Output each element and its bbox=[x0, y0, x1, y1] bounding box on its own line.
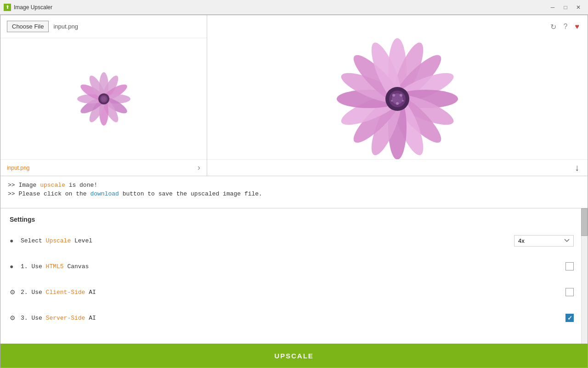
html5-checkbox[interactable] bbox=[565, 262, 574, 270]
client-ai-control bbox=[565, 288, 574, 296]
upscale-level-label: Select Upscale Level bbox=[21, 237, 514, 244]
app-icon: ⬆ bbox=[4, 4, 11, 11]
window-controls: ─ □ ✕ bbox=[547, 3, 584, 12]
bullet-icon-2: ● bbox=[10, 263, 21, 270]
right-panel-image-area bbox=[207, 38, 588, 159]
upscale-level-control[interactable]: 2x 4x 8x bbox=[514, 235, 574, 247]
console-text-image: Image bbox=[18, 182, 40, 189]
settings-area: Settings ● Select Upscale Level 2x 4x 8x… bbox=[0, 208, 588, 344]
left-panel-footer: input.png › bbox=[0, 159, 207, 176]
maximize-button[interactable]: □ bbox=[560, 3, 571, 12]
server-ai-control bbox=[565, 314, 574, 322]
main-window: Choose File input.png bbox=[0, 15, 588, 368]
input-flower-image bbox=[74, 69, 134, 129]
console-line-2: >> Please click on the download button t… bbox=[8, 190, 580, 197]
setting-row-html5: ● 1. Use HTML5 Canvas bbox=[10, 258, 574, 275]
close-button[interactable]: ✕ bbox=[572, 3, 584, 12]
left-panel-header: Choose File input.png bbox=[0, 15, 207, 38]
setting-row-client-ai: ⚙ 2. Use Client-Side AI bbox=[10, 284, 574, 300]
bullet-icon-1: ● bbox=[10, 237, 21, 244]
console-prefix-2: >> bbox=[8, 190, 18, 197]
app-title: Image Upscaler bbox=[14, 4, 547, 11]
console-line-1: >> Image upscale is done! bbox=[8, 182, 580, 189]
refresh-button[interactable]: ↻ bbox=[548, 21, 558, 33]
svg-point-35 bbox=[392, 94, 395, 97]
upscale-button[interactable]: UPSCALE bbox=[0, 344, 588, 368]
image-panels: Choose File input.png bbox=[0, 15, 588, 176]
minimize-button[interactable]: ─ bbox=[547, 3, 559, 12]
left-panel: Choose File input.png bbox=[0, 15, 207, 176]
setting-row-upscale-level: ● Select Upscale Level 2x 4x 8x bbox=[10, 232, 574, 249]
upscale-level-select[interactable]: 2x 4x 8x bbox=[514, 235, 574, 247]
settings-title: Settings bbox=[10, 216, 574, 223]
console-text-upscale: upscale bbox=[40, 182, 65, 189]
left-panel-image-area bbox=[0, 38, 207, 159]
client-ai-label: 2. Use Client-Side AI bbox=[21, 289, 565, 296]
right-panel-header: ↻ ? ♥ bbox=[207, 15, 588, 38]
right-panel-footer: ↓ bbox=[207, 159, 588, 176]
svg-point-38 bbox=[391, 100, 393, 102]
console-text-download: download bbox=[90, 190, 119, 197]
output-flower-image bbox=[333, 38, 462, 159]
console-area: >> Image upscale is done! >> Please clic… bbox=[0, 176, 588, 208]
console-prefix-1: >> bbox=[8, 182, 18, 189]
gear-icon-2: ⚙ bbox=[10, 314, 21, 322]
gear-icon-1: ⚙ bbox=[10, 288, 21, 296]
console-text-save: button to save the upscaled image file. bbox=[119, 190, 262, 197]
html5-control bbox=[565, 262, 574, 270]
server-ai-label: 3. Use Server-Side AI bbox=[21, 315, 565, 322]
heart-button[interactable]: ♥ bbox=[573, 21, 582, 33]
svg-point-34 bbox=[400, 94, 402, 97]
svg-point-37 bbox=[402, 100, 404, 102]
next-arrow[interactable]: › bbox=[198, 163, 200, 172]
setting-row-server-ai: ⚙ 3. Use Server-Side AI bbox=[10, 310, 574, 326]
settings-scrollbar[interactable] bbox=[581, 208, 588, 344]
file-name-label: input.png bbox=[53, 23, 78, 30]
title-bar: ⬆ Image Upscaler ─ □ ✕ bbox=[0, 0, 588, 15]
footer-file-name: input.png bbox=[7, 165, 29, 171]
server-ai-checkbox[interactable] bbox=[565, 314, 574, 322]
console-text-please: Please click on the bbox=[18, 190, 90, 197]
download-button[interactable]: ↓ bbox=[573, 161, 581, 175]
client-ai-checkbox[interactable] bbox=[565, 288, 574, 296]
svg-point-14 bbox=[102, 97, 106, 101]
html5-label: 1. Use HTML5 Canvas bbox=[21, 263, 565, 270]
right-panel: ↻ ? ♥ bbox=[207, 15, 588, 176]
scroll-thumb[interactable] bbox=[581, 208, 588, 236]
console-text-done: is done! bbox=[65, 182, 97, 189]
svg-point-36 bbox=[396, 102, 399, 105]
help-button[interactable]: ? bbox=[562, 21, 570, 33]
choose-file-button[interactable]: Choose File bbox=[7, 21, 49, 32]
